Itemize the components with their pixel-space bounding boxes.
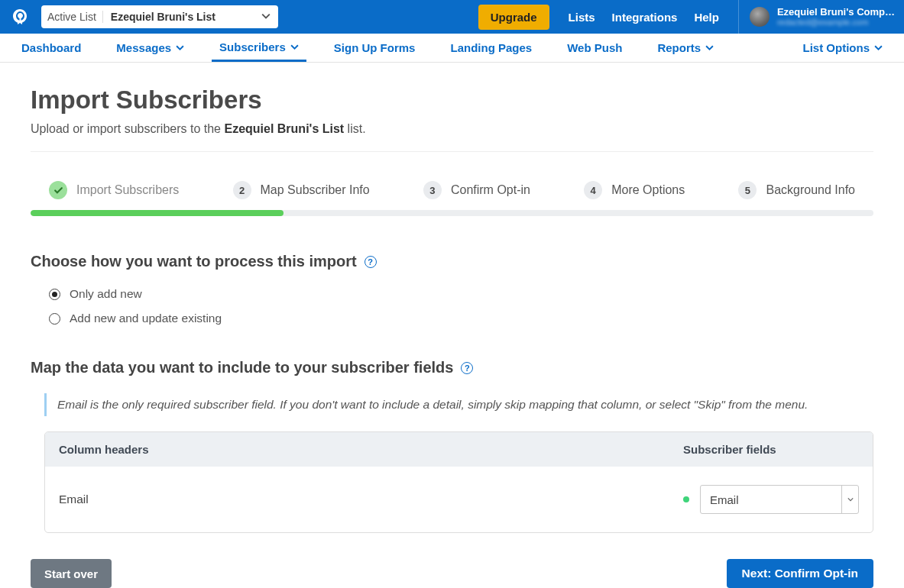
page-subtitle: Upload or import subscribers to the Ezeq…	[31, 122, 873, 136]
progress-bar	[31, 210, 873, 216]
wizard-steps: Import Subscribers 2 Map Subscriber Info…	[31, 181, 873, 210]
start-over-button[interactable]: Start over	[31, 559, 112, 588]
step-4[interactable]: 4 More Options	[584, 181, 685, 199]
section-process-heading: Choose how you want to process this impo…	[31, 253, 873, 270]
status-dot-icon	[683, 496, 689, 502]
page-content: Import Subscribers Upload or import subs…	[0, 63, 904, 588]
step-2[interactable]: 2 Map Subscriber Info	[233, 181, 370, 199]
account-name: Ezequiel Bruni's Comp…	[777, 7, 895, 18]
column-headers-label: Column headers	[59, 443, 683, 456]
tab-reports[interactable]: Reports	[650, 34, 721, 62]
active-list-selector[interactable]: Active List Ezequiel Bruni's List	[41, 5, 278, 28]
mapping-row-header: Email	[59, 493, 683, 506]
section-map-heading: Map the data you want to include to your…	[31, 359, 873, 376]
chevron-down-icon	[874, 41, 883, 54]
tab-list-options[interactable]: List Options	[795, 34, 891, 62]
radio-only-add-new[interactable]: Only add new	[49, 287, 873, 301]
avatar	[750, 7, 770, 27]
wizard-actions: Start over Next: Confirm Opt-in	[31, 559, 873, 588]
subscriber-fields-label: Subscriber fields	[683, 443, 859, 456]
main-navbar: Dashboard Messages Subscribers Sign Up F…	[0, 34, 904, 63]
field-select[interactable]: Email	[700, 485, 859, 514]
check-icon	[49, 181, 67, 199]
help-icon[interactable]: ?	[365, 256, 377, 268]
nav-integrations[interactable]: Integrations	[612, 11, 678, 24]
chevron-down-icon	[705, 41, 714, 54]
divider	[31, 151, 873, 152]
radio-icon	[49, 289, 60, 300]
nav-help[interactable]: Help	[694, 11, 719, 24]
active-list-name: Ezequiel Bruni's List	[103, 11, 215, 23]
tab-landing-pages[interactable]: Landing Pages	[442, 34, 539, 62]
active-list-label: Active List	[47, 11, 103, 23]
step-5[interactable]: 5 Background Info	[738, 181, 855, 199]
nav-lists[interactable]: Lists	[569, 11, 595, 24]
chevron-down-icon	[290, 40, 299, 53]
mapping-row: Email Email	[45, 467, 873, 532]
step-1[interactable]: Import Subscribers	[49, 181, 179, 199]
page-title: Import Subscribers	[31, 86, 873, 115]
chevron-down-icon	[261, 10, 271, 24]
tab-messages[interactable]: Messages	[109, 34, 192, 62]
radio-icon	[49, 313, 60, 325]
account-email: redacted@example.com	[777, 18, 895, 27]
brand-logo-icon[interactable]	[9, 6, 31, 27]
chevron-down-icon	[841, 486, 858, 513]
radio-add-and-update[interactable]: Add new and update existing	[49, 312, 873, 325]
mapping-table-header: Column headers Subscriber fields	[45, 432, 873, 467]
topbar: Active List Ezequiel Bruni's List Upgrad…	[0, 0, 904, 34]
chevron-down-icon	[176, 41, 184, 54]
progress-fill	[31, 210, 284, 216]
tab-dashboard[interactable]: Dashboard	[14, 34, 89, 62]
mapping-table: Column headers Subscriber fields Email E…	[44, 431, 873, 533]
step-3[interactable]: 3 Confirm Opt-in	[423, 181, 530, 199]
tab-web-push[interactable]: Web Push	[559, 34, 630, 62]
import-mode-group: Only add new Add new and update existing	[49, 287, 873, 325]
tab-signup-forms[interactable]: Sign Up Forms	[326, 34, 423, 62]
topbar-divider	[738, 0, 739, 34]
info-note: Email is the only required subscriber fi…	[44, 393, 873, 416]
tab-subscribers[interactable]: Subscribers	[212, 34, 306, 62]
account-menu[interactable]: Ezequiel Bruni's Comp… redacted@example.…	[750, 7, 895, 27]
next-button[interactable]: Next: Confirm Opt-in	[727, 559, 873, 588]
upgrade-button[interactable]: Upgrade	[478, 5, 549, 30]
help-icon[interactable]: ?	[461, 362, 473, 374]
